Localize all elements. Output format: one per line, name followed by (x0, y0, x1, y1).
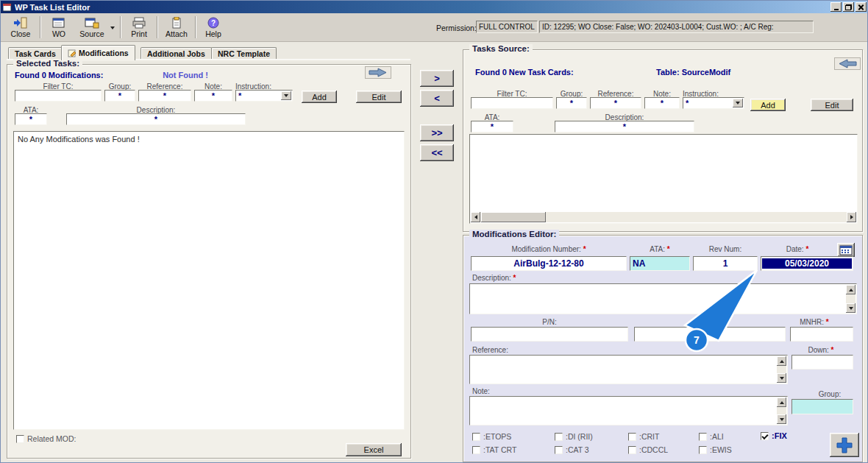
sn-input[interactable] (634, 327, 786, 342)
source-ata-filter-input[interactable]: * (471, 121, 513, 132)
maximize-button[interactable] (843, 2, 854, 12)
add-modification-button[interactable] (830, 433, 859, 457)
scroll-right-button[interactable] (847, 212, 856, 222)
checkbox-cat-3-box[interactable] (555, 446, 563, 454)
source-description-filter-input[interactable]: * (555, 121, 694, 132)
checkbox-ali-box[interactable] (699, 433, 707, 441)
down-input[interactable] (791, 355, 853, 370)
minimize-icon (834, 9, 839, 10)
move-all-right-button[interactable]: >> (420, 124, 454, 141)
note-filter-input[interactable]: * (194, 90, 232, 102)
related-mod-label[interactable]: Related MOD: (27, 434, 77, 443)
tab-modifications[interactable]: Modifications (61, 45, 135, 60)
minimize-button[interactable] (830, 2, 842, 12)
group-filter-input[interactable]: * (104, 90, 135, 102)
source-reference-filter-input[interactable]: * (590, 97, 641, 109)
source-task-list[interactable] (469, 134, 858, 224)
checkbox-ali[interactable]: :ALI (699, 432, 724, 441)
excel-button[interactable]: Excel (346, 443, 402, 456)
scroll-down-button[interactable] (777, 373, 786, 383)
source-add-button[interactable]: Add (750, 99, 786, 111)
checkbox-etops-box[interactable] (472, 433, 480, 441)
description-editor[interactable] (469, 283, 857, 314)
scroll-up-button[interactable] (777, 397, 786, 407)
scroll-up-button[interactable] (846, 285, 855, 294)
edit-button[interactable]: Edit (356, 91, 402, 103)
checkbox-di-rii[interactable]: :DI (RII) (555, 432, 593, 441)
move-left-button[interactable]: < (420, 90, 454, 107)
wo-button[interactable]: WO (45, 15, 73, 40)
plus-icon (835, 437, 854, 453)
move-all-left-button[interactable]: << (420, 144, 454, 161)
rev-num-input[interactable]: 1 (693, 256, 758, 271)
found-modifications-text: Found 0 Modifications: (15, 71, 103, 79)
description-filter-input[interactable]: * (66, 113, 246, 125)
move-selected-right-button[interactable] (365, 66, 391, 79)
checkbox-ewis[interactable]: :EWIS (699, 445, 732, 454)
instruction-dropdown[interactable]: * (235, 90, 293, 102)
note-editor[interactable] (469, 396, 788, 425)
checkbox-crit-box[interactable] (628, 433, 636, 441)
vertical-scrollbar (846, 285, 855, 313)
reference-filter-input[interactable]: * (138, 90, 191, 102)
instruction-dropdown-arrow[interactable] (281, 91, 291, 100)
mnhr-input[interactable] (790, 327, 853, 342)
required-marker: * (667, 245, 670, 253)
source-group-filter-input[interactable]: * (556, 97, 587, 109)
source-dropdown-arrow[interactable] (108, 15, 117, 40)
source-button[interactable]: Source (76, 15, 108, 40)
checkbox-etops[interactable]: :ETOPS (472, 432, 511, 441)
selected-tasks-panel: Selected Tasks: Found 0 Modifications: N… (7, 64, 411, 459)
ata-filter-input[interactable]: * (15, 113, 47, 125)
ata-input[interactable]: NA (630, 256, 690, 271)
source-instruction-dropdown-arrow[interactable] (733, 99, 743, 107)
attach-button[interactable]: Attach (161, 15, 192, 40)
scroll-up-button[interactable] (777, 356, 786, 366)
source-edit-button[interactable]: Edit (811, 99, 853, 111)
close-button[interactable]: Close (5, 15, 36, 40)
checkbox-cat-3[interactable]: :CAT 3 (555, 445, 589, 454)
reference-editor[interactable] (469, 355, 788, 384)
pn-input[interactable] (471, 327, 628, 342)
related-mod-checkbox[interactable]: Related MOD: (16, 434, 77, 443)
tab-additional-jobs[interactable]: Additional Jobs (140, 47, 212, 60)
print-button[interactable]: Print (124, 15, 154, 40)
source-instruction-dropdown[interactable]: * (683, 97, 744, 109)
tab-task-cards[interactable]: Task Cards (8, 47, 63, 60)
tasks-source-panel: Tasks Source: Found 0 New Task Cards: Ta… (463, 49, 863, 232)
toolbar-separator (120, 16, 121, 38)
help-button[interactable]: ? Help (199, 15, 227, 40)
related-mod-checkbox-box[interactable] (16, 435, 24, 443)
scroll-left-button[interactable] (471, 212, 480, 222)
vertical-scrollbar (777, 356, 786, 383)
move-source-left-button[interactable] (834, 57, 861, 70)
group-input[interactable] (791, 399, 853, 414)
scroll-down-button[interactable] (777, 414, 786, 424)
checkbox-tat-crt[interactable]: :TAT CRT (472, 445, 516, 454)
filter-tc-input[interactable] (15, 90, 102, 102)
reference-editor-label: Reference: (472, 346, 508, 354)
close-window-button[interactable] (855, 2, 867, 12)
source-filter-tc-input[interactable] (471, 97, 553, 109)
date-input[interactable]: 05/03/2020 (761, 256, 853, 271)
checkbox-cdccl[interactable]: :CDCCL (628, 445, 668, 454)
checkbox-crit[interactable]: :CRIT (628, 432, 659, 441)
wp-task-list-editor-window: WP Task List Editor Close WO (0, 0, 868, 463)
checkbox-tat-crt-box[interactable] (472, 446, 480, 454)
calendar-button[interactable] (837, 243, 855, 257)
list-empty-message: No Any Modifications was Found ! (18, 135, 140, 144)
checkbox-ewis-box[interactable] (699, 446, 707, 454)
move-right-button[interactable]: > (420, 70, 454, 87)
modifications-list[interactable]: No Any Modifications was Found ! (13, 131, 405, 430)
scrollbar-thumb[interactable] (481, 212, 546, 222)
tab-nrc-template[interactable]: NRC Template (211, 47, 277, 60)
checkbox-di-rii-box[interactable] (555, 433, 563, 441)
checkbox-fix[interactable]: :FIX (761, 431, 787, 440)
modification-number-input[interactable]: AirBulg-12-12-80 (471, 256, 627, 271)
checkbox-cdccl-box[interactable] (628, 446, 636, 454)
source-note-filter-input[interactable]: * (644, 97, 680, 109)
checkbox-fix-box[interactable] (761, 432, 769, 440)
scroll-down-button[interactable] (846, 303, 855, 313)
description-editor-label: Description: * (472, 274, 516, 282)
add-button[interactable]: Add (302, 91, 337, 103)
